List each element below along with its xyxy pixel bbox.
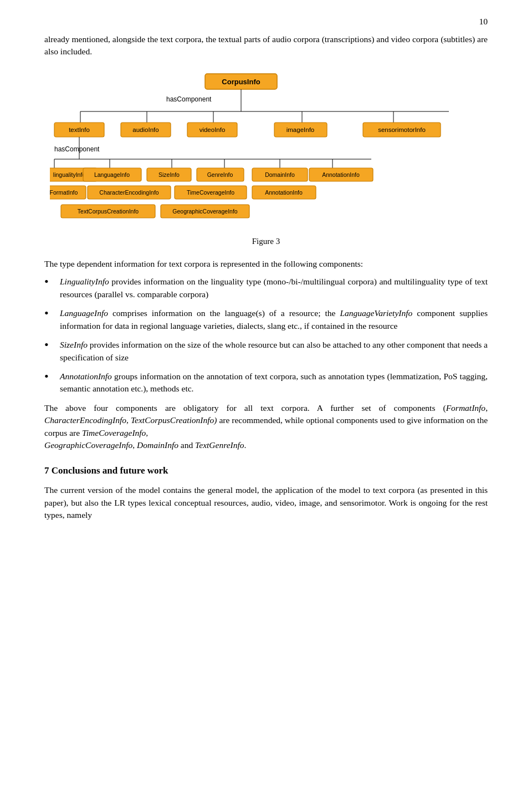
text-size: provides information on the size of the …: [60, 340, 488, 362]
char-encoding-text: CharacterEncodingInfo: [44, 415, 126, 425]
obligatory-text-start: The above four components are obligatory…: [44, 403, 446, 413]
domain-info-text: DomainInfo: [137, 440, 178, 450]
figure-3-diagram: CorpusInfo hasComponent textInfo audioIn…: [44, 69, 488, 230]
intro-paragraph: already mentioned, alongside the text co…: [44, 33, 488, 58]
svg-text:sensorimotorInfo: sensorimotorInfo: [378, 126, 426, 133]
term-language: LanguageInfo: [60, 308, 108, 318]
obligatory-para: The above four components are obligatory…: [44, 402, 488, 452]
comma2: ,: [126, 415, 131, 425]
comma1: ,: [485, 403, 488, 413]
text-language: comprises information on the language(s)…: [112, 308, 340, 318]
conclusion-paragraph: The current version of the model contain…: [44, 484, 488, 521]
comma3: ,: [132, 440, 137, 450]
svg-text:hasComponent: hasComponent: [54, 145, 100, 153]
svg-text:AnnotationInfo: AnnotationInfo: [322, 171, 360, 178]
svg-text:hasComponent: hasComponent: [166, 95, 212, 103]
text-annotation: groups information on the annotation of …: [60, 372, 488, 393]
svg-text:SizeInfo: SizeInfo: [158, 171, 180, 178]
page: 10 already mentioned, alongside the text…: [0, 0, 532, 809]
list-item: • LanguageInfo comprises information on …: [44, 307, 488, 332]
bullet-content-1: LingualityInfo provides information on t…: [60, 276, 488, 301]
bullet-dot: •: [44, 306, 60, 320]
list-item: • LingualityInfo provides information on…: [44, 276, 488, 301]
format-info-text: FormatInfo: [446, 403, 485, 413]
svg-text:DomainInfo: DomainInfo: [265, 171, 295, 178]
corpus-creation-text: TextCorpusCreationInfo): [131, 415, 217, 425]
bullet-content-3: SizeInfo provides information on the siz…: [60, 339, 488, 364]
bullet-dot: •: [44, 338, 60, 352]
term-size: SizeInfo: [60, 340, 88, 349]
svg-text:audioInfo: audioInfo: [132, 126, 158, 133]
list-item: • AnnotationInfo groups information on t…: [44, 370, 488, 395]
text-linguality: provides information on the linguality t…: [60, 277, 488, 298]
term-language-variety: LanguageVarietyInfo: [340, 308, 412, 318]
svg-text:GeographicCoverageInfo: GeographicCoverageInfo: [172, 208, 237, 215]
svg-text:videoInfo: videoInfo: [200, 126, 226, 133]
diagram-svg: CorpusInfo hasComponent textInfo audioIn…: [50, 69, 482, 230]
svg-text:AnnotationInfo: AnnotationInfo: [265, 189, 303, 196]
svg-text:GenreInfo: GenreInfo: [207, 171, 233, 178]
list-item: • SizeInfo provides information on the s…: [44, 339, 488, 364]
bullet-content-2: LanguageInfo comprises information on th…: [60, 307, 488, 332]
svg-text:lingualityInfo: lingualityInfo: [53, 171, 86, 178]
svg-text:CorpusInfo: CorpusInfo: [222, 78, 260, 86]
svg-text:FormatInfo: FormatInfo: [50, 189, 78, 196]
svg-text:LanguageInfo: LanguageInfo: [94, 171, 130, 178]
and-text: and: [178, 440, 195, 450]
svg-text:imageInfo: imageInfo: [287, 126, 315, 133]
end-period: .: [244, 440, 247, 450]
bullet-dot: •: [44, 274, 60, 289]
geo-coverage-text: GeographicCoverageInfo: [44, 440, 132, 450]
svg-text:TextCorpusCreationInfo: TextCorpusCreationInfo: [78, 208, 139, 215]
figure-label: Figure 3: [44, 236, 488, 248]
section-heading-7: 7 Conclusions and future work: [44, 464, 488, 478]
svg-text:textInfo: textInfo: [69, 126, 90, 133]
term-linguality: LingualityInfo: [60, 277, 109, 286]
figure-caption: The type dependent information for text …: [44, 258, 488, 270]
svg-text:TimeCoverageInfo: TimeCoverageInfo: [187, 189, 234, 196]
term-annotation: AnnotationInfo: [60, 372, 112, 381]
time-coverage-text: TimeCoverageInfo,: [82, 428, 148, 437]
svg-text:CharacterEncodingInfo: CharacterEncodingInfo: [99, 189, 159, 196]
bullet-list: • LingualityInfo provides information on…: [44, 276, 488, 395]
bullet-dot: •: [44, 369, 60, 384]
page-number: 10: [479, 16, 488, 28]
bullet-content-4: AnnotationInfo groups information on the…: [60, 370, 488, 395]
genre-info-text: TextGenreInfo: [195, 440, 244, 450]
